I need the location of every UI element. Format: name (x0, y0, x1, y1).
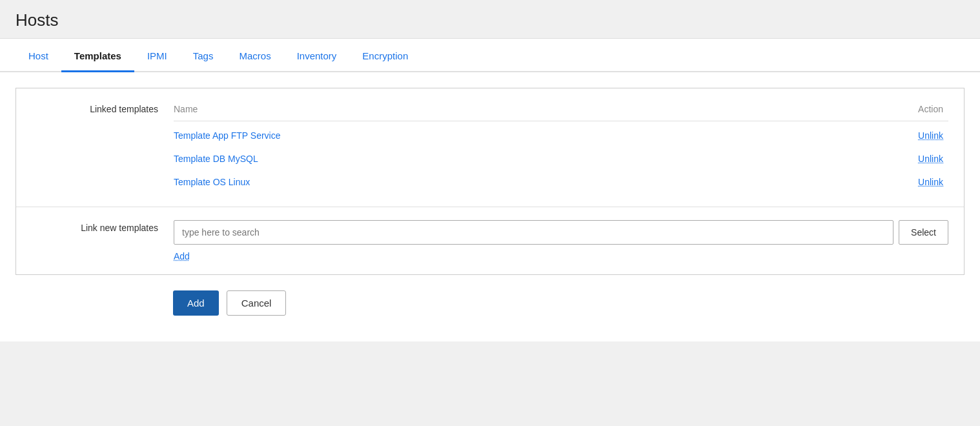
templates-table-header: Name Action (174, 101, 948, 121)
unlink-button-mysql[interactable]: Unlink (918, 154, 943, 164)
template-link-ftp[interactable]: Template App FTP Service (174, 130, 280, 141)
link-new-templates-label: Link new templates (32, 220, 174, 233)
tab-ipmi[interactable]: IPMI (134, 39, 180, 72)
form-section: Linked templates Name Action Template Ap… (15, 88, 965, 275)
col-action-header: Action (918, 104, 943, 114)
unlink-button-linux[interactable]: Unlink (918, 177, 943, 187)
search-row: Select (174, 220, 948, 245)
table-row: Template OS Linux Unlink (174, 170, 948, 194)
col-name-header: Name (174, 104, 198, 114)
page-title: Hosts (15, 10, 965, 30)
link-new-templates-row: Link new templates Select Add (16, 207, 964, 274)
linked-templates-label: Linked templates (32, 101, 174, 114)
table-row: Template DB MySQL Unlink (174, 147, 948, 170)
select-button[interactable]: Select (899, 220, 948, 245)
tabs-bar: Host Templates IPMI Tags Macros Inventor… (0, 39, 980, 72)
template-link-mysql[interactable]: Template DB MySQL (174, 154, 258, 164)
add-button[interactable]: Add (173, 290, 219, 316)
link-new-templates-field: Select Add (174, 220, 948, 261)
search-input[interactable] (174, 220, 893, 245)
cancel-button[interactable]: Cancel (227, 290, 287, 316)
tab-inventory[interactable]: Inventory (284, 39, 350, 72)
unlink-button-ftp[interactable]: Unlink (918, 130, 943, 141)
templates-table: Name Action Template App FTP Service Unl… (174, 101, 948, 194)
add-link-button[interactable]: Add (174, 251, 190, 261)
tab-macros[interactable]: Macros (226, 39, 283, 72)
tab-encryption[interactable]: Encryption (349, 39, 421, 72)
linked-templates-field: Name Action Template App FTP Service Unl… (174, 101, 948, 194)
tab-host[interactable]: Host (15, 39, 61, 72)
template-link-linux[interactable]: Template OS Linux (174, 177, 250, 187)
form-actions: Add Cancel (15, 275, 965, 316)
linked-templates-row: Linked templates Name Action Template Ap… (16, 88, 964, 207)
tab-tags[interactable]: Tags (180, 39, 227, 72)
tab-templates[interactable]: Templates (61, 39, 134, 72)
table-row: Template App FTP Service Unlink (174, 124, 948, 147)
